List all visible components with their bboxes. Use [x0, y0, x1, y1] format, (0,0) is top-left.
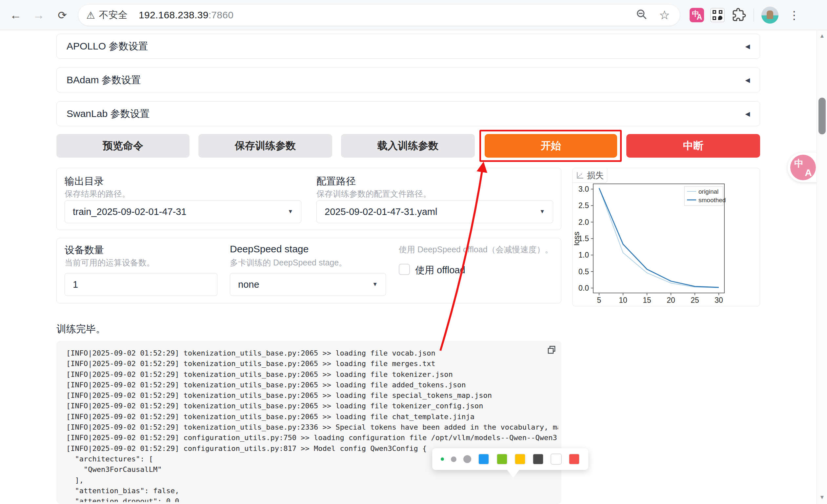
device-count-label: 设备数量: [64, 243, 104, 257]
scroll-up-icon[interactable]: ▲: [817, 33, 827, 39]
output-dir-label: 输出目录: [64, 175, 104, 188]
security-chip[interactable]: 不安全: [99, 8, 128, 21]
log-line: [INFO|2025-09-02 01:52:29] tokenization_…: [66, 380, 558, 390]
deepspeed-stage-label: DeepSpeed stage: [230, 243, 308, 255]
chevron-down-icon: ▼: [288, 209, 293, 215]
svg-text:loss: loss: [574, 232, 581, 246]
loss-chart-tab: 损失: [573, 168, 607, 183]
color-red[interactable]: [569, 454, 580, 465]
loss-chart: 510152025300.00.51.01.52.02.53.0steploss…: [574, 182, 758, 304]
scroll-down-icon[interactable]: ▼: [817, 494, 827, 501]
offload-checkbox-label: 使用 offload: [415, 264, 465, 277]
config-path-label: 配置路径: [317, 175, 356, 188]
svg-text:10: 10: [619, 296, 627, 304]
color-dark-gray[interactable]: [533, 454, 544, 465]
accordion-badam-title: BAdam 参数设置: [66, 73, 141, 87]
status-text: 训练完毕。: [56, 323, 106, 336]
color-white[interactable]: [550, 454, 562, 465]
log-line: [INFO|2025-09-02 01:52:29] tokenization_…: [66, 358, 558, 369]
log-output-box[interactable]: [INFO|2025-09-02 01:52:29] tokenization_…: [56, 341, 562, 504]
url-text[interactable]: 192.168.238.39:7860: [139, 9, 234, 21]
accordion-swanlab[interactable]: SwanLab 参数设置 ◀: [56, 101, 760, 126]
collapse-arrow-icon[interactable]: ◀: [745, 43, 750, 50]
log-line: "attention_dropout": 0.0: [66, 496, 558, 502]
svg-text:5: 5: [597, 296, 601, 304]
device-count-hint: 当前可用的运算设备数。: [64, 257, 155, 268]
avatar-cat-image: [767, 10, 773, 19]
accordion-apollo-title: APOLLO 参数设置: [66, 40, 148, 53]
svg-text:25: 25: [691, 296, 699, 304]
deepspeed-stage-hint: 多卡训练的 DeepSpeed stage。: [230, 257, 347, 268]
palette-pointer: [506, 469, 520, 478]
profile-avatar[interactable]: [762, 7, 778, 23]
zoom-out-icon[interactable]: [635, 8, 648, 22]
offload-info-label: 使用 DeepSpeed offload（会减慢速度）。: [399, 244, 553, 255]
forward-icon[interactable]: →: [31, 7, 47, 23]
output-config-panel: 输出目录 保存结果的路径。 train_2025-09-02-01-47-31▼…: [56, 168, 562, 230]
start-button[interactable]: 开始: [485, 134, 617, 158]
log-line: [INFO|2025-09-02 01:52:29] tokenization_…: [66, 390, 558, 401]
browser-window: ← → ⟳ ⚠ 不安全 192.168.238.39:7860 ☆ 中A: [0, 0, 827, 504]
log-line: [INFO|2025-09-02 01:52:29] tokenization_…: [66, 348, 558, 358]
log-lines: [INFO|2025-09-02 01:52:29] tokenization_…: [66, 348, 558, 502]
bookmark-star-icon[interactable]: ☆: [659, 9, 670, 21]
deepspeed-stage-dropdown[interactable]: none▼: [230, 273, 386, 296]
config-path-hint: 保存训练参数的配置文件路径。: [317, 188, 431, 199]
svg-text:30: 30: [715, 296, 723, 304]
pen-size-small[interactable]: [441, 457, 444, 461]
svg-text:1.0: 1.0: [578, 251, 589, 259]
accordion-badam[interactable]: BAdam 参数设置 ◀: [56, 67, 760, 93]
offload-checkbox[interactable]: [399, 264, 410, 275]
config-path-dropdown[interactable]: 2025-09-02-01-47-31.yaml▼: [317, 200, 553, 223]
svg-text:3.0: 3.0: [578, 185, 589, 193]
page-scrollbar[interactable]: ▲ ▼: [817, 30, 827, 504]
extensions-puzzle-icon[interactable]: [731, 7, 746, 21]
accordion-apollo[interactable]: APOLLO 参数设置 ◀: [56, 34, 760, 59]
translate-extension-icon[interactable]: 中A: [690, 8, 704, 22]
toolbar-divider: [753, 8, 754, 21]
svg-text:0.0: 0.0: [578, 284, 589, 292]
output-dir-hint: 保存结果的路径。: [64, 188, 130, 199]
collapse-arrow-icon[interactable]: ◀: [745, 110, 750, 118]
device-count-input[interactable]: 1: [64, 273, 217, 296]
log-line: [INFO|2025-09-02 01:52:29] configuration…: [66, 433, 558, 443]
loss-chart-panel: 损失 510152025300.00.51.01.52.02.53.0stepl…: [572, 168, 760, 306]
accordion-swanlab-title: SwanLab 参数设置: [66, 107, 150, 121]
log-line: [INFO|2025-09-02 01:52:29] tokenization_…: [66, 369, 558, 380]
log-line: ],: [66, 475, 558, 486]
pen-size-medium[interactable]: [451, 456, 456, 462]
collapse-arrow-icon[interactable]: ◀: [745, 76, 750, 84]
svg-text:20: 20: [667, 296, 675, 304]
browser-toolbar: ← → ⟳ ⚠ 不安全 192.168.238.39:7860 ☆ 中A: [0, 0, 827, 30]
reload-icon[interactable]: ⟳: [54, 7, 70, 23]
log-line: [INFO|2025-09-02 01:52:29] tokenization_…: [66, 401, 558, 411]
scatter-plot-icon: [576, 171, 584, 180]
qr-extension-icon[interactable]: [710, 8, 725, 22]
annotation-palette[interactable]: [432, 448, 588, 470]
chevron-down-icon: ▼: [539, 209, 545, 215]
svg-text:0.5: 0.5: [578, 267, 589, 276]
output-dir-dropdown[interactable]: train_2025-09-02-01-47-31▼: [64, 200, 301, 223]
log-line: [INFO|2025-09-02 01:52:29] tokenization_…: [66, 411, 558, 422]
translate-bubble-icon[interactable]: 中A: [790, 155, 816, 180]
save-args-button[interactable]: 保存训练参数: [198, 134, 332, 158]
color-blue[interactable]: [478, 454, 489, 465]
svg-text:smoothed: smoothed: [698, 197, 726, 204]
device-panel: 设备数量 当前可用的运算设备数。 1 DeepSpeed stage 多卡训练的…: [56, 238, 562, 303]
scrollbar-thumb[interactable]: [819, 98, 826, 134]
preview-command-button[interactable]: 预览命令: [56, 134, 190, 158]
back-icon[interactable]: ←: [8, 7, 23, 23]
svg-text:2.0: 2.0: [578, 218, 589, 226]
address-bar[interactable]: ⚠ 不安全 192.168.238.39:7860 ☆: [78, 4, 680, 26]
log-line: "attention_bias": false,: [66, 486, 558, 496]
svg-text:2.5: 2.5: [578, 201, 589, 210]
browser-menu-icon[interactable]: ⋮: [786, 7, 802, 23]
load-args-button[interactable]: 载入训练参数: [341, 134, 475, 158]
log-line: [INFO|2025-09-02 01:52:29] tokenization_…: [66, 422, 558, 433]
svg-text:15: 15: [643, 296, 651, 304]
pen-size-large[interactable]: [464, 455, 471, 463]
svg-text:original: original: [698, 188, 719, 195]
color-yellow[interactable]: [515, 454, 526, 465]
color-green[interactable]: [496, 454, 507, 465]
abort-button[interactable]: 中断: [626, 134, 760, 158]
